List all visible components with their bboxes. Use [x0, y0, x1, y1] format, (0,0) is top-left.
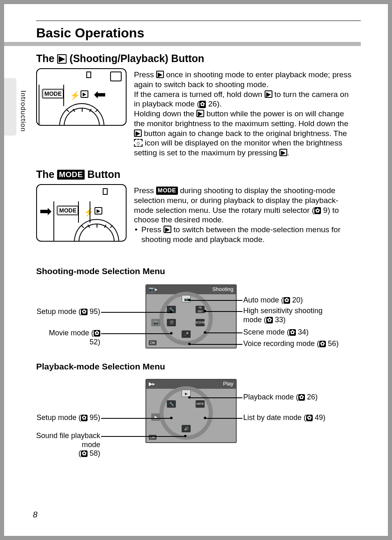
section1-body: Press ▶ once in shooting mode to enter p…: [134, 70, 356, 158]
play-icon: ▶: [279, 149, 287, 156]
page-ref-icon: ✿: [298, 394, 305, 401]
lead-dot: [184, 435, 187, 437]
list-by-date-icon: DATE: [196, 400, 205, 408]
brightness-icon: ☼: [134, 139, 143, 146]
led-illus: [103, 188, 108, 195]
play-icon: ▶: [156, 71, 164, 78]
callout-sound-file: Sound file playback mode (✿ 58): [16, 432, 100, 458]
dim-icon: ▶: [151, 413, 160, 421]
page-ref-icon: ✿: [289, 329, 296, 336]
setup-mode-icon: 🔧: [167, 400, 176, 408]
page-ref-icon: ✿: [81, 309, 88, 315]
play-icon: ▶: [196, 110, 204, 117]
high-iso-icon: HiISO: [196, 306, 205, 313]
led-illus: [86, 72, 91, 78]
mode-icon: MODE: [57, 170, 84, 180]
ok-label: OK: [149, 340, 157, 345]
callout-voice-rec: Voice recording mode (✿ 56): [243, 339, 339, 348]
lead-dot: [170, 332, 173, 335]
page-ref-icon: ✿: [319, 341, 326, 347]
play-icon: ▶: [164, 226, 171, 233]
callout-high-iso: High sensitivity shooting mode (✿ 33): [243, 307, 323, 324]
mode-button-illus: MODE: [42, 89, 64, 99]
play-icon: ▶: [265, 90, 272, 98]
side-tab-label: Introduction: [19, 90, 27, 132]
callout-setup-mode-pb: Setup mode (✿ 95): [36, 413, 100, 422]
lead-dot: [204, 417, 206, 419]
page-ref-icon: ✿: [94, 330, 100, 337]
page-ref-icon: ✿: [199, 101, 206, 108]
page-ref-icon: ✿: [81, 450, 88, 457]
camera-back-illustration-2: ➡ MODE ⚡ ▶: [36, 184, 127, 242]
page-ref-icon: ✿: [314, 207, 321, 215]
shooting-menu-heading: Shooting-mode Selection Menu: [36, 266, 165, 276]
title-underline: [4, 42, 361, 46]
lead-line: [101, 436, 185, 437]
side-tab: [4, 78, 16, 136]
lead-line: [190, 344, 242, 345]
callout-list-by-date: List by date mode (✿ 49): [243, 413, 325, 422]
lead-dot: [188, 343, 191, 345]
play-header-icon: ▶▸: [149, 381, 155, 387]
lead-line: [205, 332, 242, 333]
lead-dot: [188, 299, 191, 301]
shooting-menu-header-label: Shooting: [212, 286, 233, 292]
arrow-right-icon: ➡: [39, 204, 52, 219]
page-title: Basic Operations: [36, 25, 144, 41]
callout-scene-mode: Scene mode (✿ 34): [243, 328, 309, 337]
voice-rec-icon: 🎤: [182, 330, 191, 338]
playback-menu-screen: ▶▸ Play ▶ DATE 🔊 🔧 ▶ OK: [145, 379, 237, 443]
ok-label: OK: [149, 435, 157, 440]
playback-menu-header-label: Play: [223, 381, 233, 387]
play-button-illus: ▶: [81, 90, 88, 98]
scene-mode-icon: SCENE: [196, 319, 205, 326]
page-ref-icon: ✿: [266, 317, 273, 323]
section1-heading: The ▶ (Shooting/Playback) Button: [36, 53, 204, 65]
viewfinder-illus: [110, 72, 122, 81]
page-ref-icon: ✿: [81, 415, 88, 421]
dial-illus: [74, 219, 119, 242]
section2-body: Press MODE during shooting to display th…: [134, 186, 356, 245]
lead-dot: [204, 331, 206, 334]
flash-icon: ⚡: [70, 90, 80, 100]
callout-setup-mode: Setup mode (✿ 95): [36, 307, 100, 316]
callout-playback-mode: Playback mode (✿ 26): [243, 393, 318, 402]
page-number: 8: [33, 510, 37, 519]
dial-illus: [59, 103, 104, 126]
lead-line: [101, 312, 171, 313]
camera-header-icon: 📷▸: [149, 286, 157, 292]
playback-menu-heading: Playback-mode Selection Menu: [36, 362, 165, 372]
lead-line: [205, 311, 242, 312]
top-rule: [36, 21, 361, 21]
lead-line: [205, 418, 242, 419]
movie-mode-icon: 🎬: [167, 319, 176, 326]
page-ref-icon: ✿: [306, 415, 313, 421]
lead-dot: [204, 310, 206, 312]
camera-back-illustration-1: MODE ⚡ ▶ ⬅: [36, 68, 127, 126]
play-icon: ▶: [57, 54, 67, 64]
lead-line: [101, 333, 171, 334]
play-button-illus: ▶: [95, 207, 102, 215]
dim-icon: 📷: [151, 319, 160, 326]
mode-icon: MODE: [156, 187, 178, 195]
callout-auto-mode: Auto mode (✿ 20): [243, 296, 303, 305]
lead-line: [190, 397, 242, 398]
sound-play-icon: 🔊: [182, 425, 191, 432]
callout-movie-mode: Movie mode (✿ 52): [36, 329, 100, 346]
lead-line: [101, 418, 171, 419]
lead-line: [190, 300, 242, 301]
arrow-left-icon: ⬅: [94, 87, 106, 102]
lead-dot: [170, 417, 173, 419]
lead-dot: [170, 311, 173, 313]
section2-heading: The MODE Button: [36, 168, 120, 180]
lead-dot: [188, 396, 191, 399]
mode-button-illus: MODE: [57, 205, 79, 215]
flash-icon: ⚡: [84, 207, 94, 217]
page-ref-icon: ✿: [284, 297, 290, 304]
play-icon: ▶: [134, 129, 142, 137]
shooting-menu-screen: 📷▸ Shooting 📷 HiISO SCENE 🎤 🎬 🔧 📷 OK: [145, 284, 237, 348]
